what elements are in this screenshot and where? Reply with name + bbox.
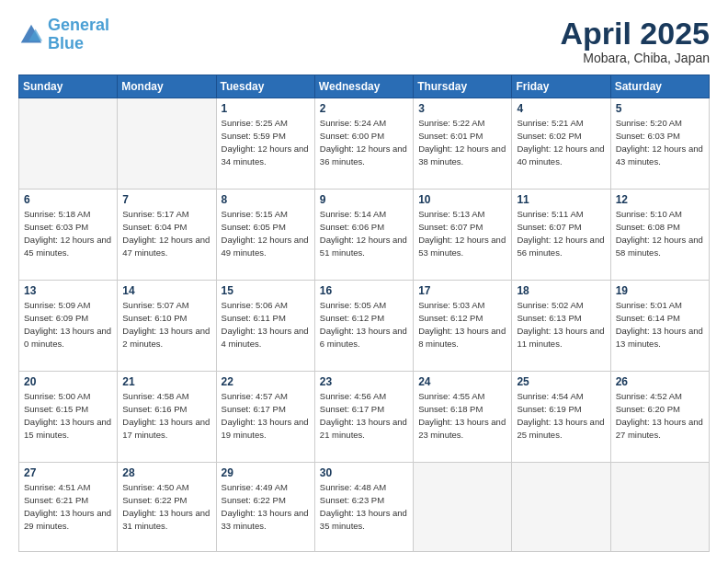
day-info: Sunrise: 4:48 AMSunset: 6:23 PMDaylight:… <box>320 481 408 532</box>
calendar-cell: 11Sunrise: 5:11 AMSunset: 6:07 PMDayligh… <box>512 190 610 281</box>
week-row-5: 27Sunrise: 4:51 AMSunset: 6:21 PMDayligh… <box>19 463 710 552</box>
day-number: 20 <box>24 375 112 388</box>
calendar-cell: 10Sunrise: 5:13 AMSunset: 6:07 PMDayligh… <box>414 190 512 281</box>
day-number: 23 <box>320 375 408 388</box>
logo-text: General Blue <box>48 17 109 53</box>
calendar-cell: 9Sunrise: 5:14 AMSunset: 6:06 PMDaylight… <box>314 190 413 281</box>
day-number: 18 <box>517 284 605 297</box>
calendar-cell <box>414 463 512 552</box>
day-info: Sunrise: 5:00 AMSunset: 6:15 PMDaylight:… <box>24 390 112 441</box>
day-number: 12 <box>616 193 704 206</box>
week-row-3: 13Sunrise: 5:09 AMSunset: 6:09 PMDayligh… <box>19 281 710 372</box>
day-info: Sunrise: 5:10 AMSunset: 6:08 PMDaylight:… <box>616 208 704 259</box>
calendar-cell <box>19 98 118 190</box>
day-info: Sunrise: 5:17 AMSunset: 6:04 PMDaylight:… <box>122 208 210 259</box>
day-header-saturday: Saturday <box>610 75 709 98</box>
day-number: 15 <box>222 284 310 297</box>
month-title: April 2025 <box>560 17 710 51</box>
day-info: Sunrise: 5:05 AMSunset: 6:12 PMDaylight:… <box>320 299 408 350</box>
calendar-cell: 15Sunrise: 5:06 AMSunset: 6:11 PMDayligh… <box>216 281 314 372</box>
day-info: Sunrise: 5:07 AMSunset: 6:10 PMDaylight:… <box>122 299 210 350</box>
calendar-header-row: SundayMondayTuesdayWednesdayThursdayFrid… <box>19 75 710 98</box>
day-number: 14 <box>122 284 210 297</box>
day-number: 17 <box>418 284 506 297</box>
day-header-wednesday: Wednesday <box>314 75 413 98</box>
calendar-cell: 20Sunrise: 5:00 AMSunset: 6:15 PMDayligh… <box>19 372 118 463</box>
calendar-cell: 14Sunrise: 5:07 AMSunset: 6:10 PMDayligh… <box>118 281 216 372</box>
day-info: Sunrise: 4:55 AMSunset: 6:18 PMDaylight:… <box>418 390 506 441</box>
day-info: Sunrise: 4:49 AMSunset: 6:22 PMDaylight:… <box>222 481 310 532</box>
calendar-cell: 24Sunrise: 4:55 AMSunset: 6:18 PMDayligh… <box>414 372 512 463</box>
day-number: 22 <box>222 375 310 388</box>
week-row-2: 6Sunrise: 5:18 AMSunset: 6:03 PMDaylight… <box>19 190 710 281</box>
header: General Blue April 2025 Mobara, Chiba, J… <box>18 17 710 65</box>
day-number: 27 <box>24 466 112 479</box>
day-number: 3 <box>418 102 506 115</box>
day-number: 28 <box>122 466 210 479</box>
day-info: Sunrise: 5:24 AMSunset: 6:00 PMDaylight:… <box>320 117 408 167</box>
day-number: 24 <box>418 375 506 388</box>
location: Mobara, Chiba, Japan <box>560 51 710 65</box>
calendar-cell <box>512 463 610 552</box>
week-row-4: 20Sunrise: 5:00 AMSunset: 6:15 PMDayligh… <box>19 372 710 463</box>
day-number: 19 <box>616 284 704 297</box>
day-info: Sunrise: 5:01 AMSunset: 6:14 PMDaylight:… <box>616 299 704 350</box>
day-info: Sunrise: 5:02 AMSunset: 6:13 PMDaylight:… <box>517 299 605 350</box>
calendar-cell: 18Sunrise: 5:02 AMSunset: 6:13 PMDayligh… <box>512 281 610 372</box>
logo-icon <box>18 22 44 48</box>
day-info: Sunrise: 4:54 AMSunset: 6:19 PMDaylight:… <box>517 390 605 441</box>
day-info: Sunrise: 5:22 AMSunset: 6:01 PMDaylight:… <box>418 117 506 167</box>
day-header-sunday: Sunday <box>19 75 118 98</box>
calendar-cell: 13Sunrise: 5:09 AMSunset: 6:09 PMDayligh… <box>19 281 118 372</box>
calendar-table: SundayMondayTuesdayWednesdayThursdayFrid… <box>18 75 710 552</box>
day-number: 11 <box>517 193 605 206</box>
day-info: Sunrise: 4:56 AMSunset: 6:17 PMDaylight:… <box>320 390 408 441</box>
calendar-cell: 26Sunrise: 4:52 AMSunset: 6:20 PMDayligh… <box>610 372 709 463</box>
day-number: 2 <box>320 102 408 115</box>
calendar-cell: 8Sunrise: 5:15 AMSunset: 6:05 PMDaylight… <box>216 190 314 281</box>
day-number: 13 <box>24 284 112 297</box>
calendar-cell: 5Sunrise: 5:20 AMSunset: 6:03 PMDaylight… <box>610 98 709 190</box>
day-number: 10 <box>418 193 506 206</box>
day-info: Sunrise: 5:25 AMSunset: 5:59 PMDaylight:… <box>222 117 310 167</box>
day-number: 7 <box>122 193 210 206</box>
day-header-monday: Monday <box>118 75 216 98</box>
day-info: Sunrise: 5:20 AMSunset: 6:03 PMDaylight:… <box>616 117 704 167</box>
day-number: 30 <box>320 466 408 479</box>
day-header-tuesday: Tuesday <box>216 75 314 98</box>
day-number: 1 <box>222 102 310 115</box>
calendar-cell: 29Sunrise: 4:49 AMSunset: 6:22 PMDayligh… <box>216 463 314 552</box>
day-info: Sunrise: 5:15 AMSunset: 6:05 PMDaylight:… <box>222 208 310 259</box>
calendar-cell: 7Sunrise: 5:17 AMSunset: 6:04 PMDaylight… <box>118 190 216 281</box>
calendar-cell: 4Sunrise: 5:21 AMSunset: 6:02 PMDaylight… <box>512 98 610 190</box>
day-number: 6 <box>24 193 112 206</box>
calendar-cell: 6Sunrise: 5:18 AMSunset: 6:03 PMDaylight… <box>19 190 118 281</box>
day-info: Sunrise: 4:50 AMSunset: 6:22 PMDaylight:… <box>122 481 210 532</box>
day-info: Sunrise: 5:21 AMSunset: 6:02 PMDaylight:… <box>517 117 605 167</box>
calendar-cell: 19Sunrise: 5:01 AMSunset: 6:14 PMDayligh… <box>610 281 709 372</box>
day-number: 9 <box>320 193 408 206</box>
day-number: 29 <box>222 466 310 479</box>
calendar-cell: 2Sunrise: 5:24 AMSunset: 6:00 PMDaylight… <box>314 98 413 190</box>
day-header-friday: Friday <box>512 75 610 98</box>
calendar-cell: 23Sunrise: 4:56 AMSunset: 6:17 PMDayligh… <box>314 372 413 463</box>
day-info: Sunrise: 5:13 AMSunset: 6:07 PMDaylight:… <box>418 208 506 259</box>
day-number: 21 <box>122 375 210 388</box>
day-info: Sunrise: 5:06 AMSunset: 6:11 PMDaylight:… <box>222 299 310 350</box>
day-header-thursday: Thursday <box>414 75 512 98</box>
day-info: Sunrise: 4:57 AMSunset: 6:17 PMDaylight:… <box>222 390 310 441</box>
day-info: Sunrise: 4:51 AMSunset: 6:21 PMDaylight:… <box>24 481 112 532</box>
day-info: Sunrise: 5:18 AMSunset: 6:03 PMDaylight:… <box>24 208 112 259</box>
day-number: 26 <box>616 375 704 388</box>
day-number: 8 <box>222 193 310 206</box>
calendar-cell: 16Sunrise: 5:05 AMSunset: 6:12 PMDayligh… <box>314 281 413 372</box>
calendar-cell: 1Sunrise: 5:25 AMSunset: 5:59 PMDaylight… <box>216 98 314 190</box>
calendar-cell <box>118 98 216 190</box>
calendar-cell: 27Sunrise: 4:51 AMSunset: 6:21 PMDayligh… <box>19 463 118 552</box>
calendar-cell: 28Sunrise: 4:50 AMSunset: 6:22 PMDayligh… <box>118 463 216 552</box>
day-number: 16 <box>320 284 408 297</box>
day-info: Sunrise: 5:03 AMSunset: 6:12 PMDaylight:… <box>418 299 506 350</box>
day-number: 4 <box>517 102 605 115</box>
logo: General Blue <box>18 17 109 53</box>
page: General Blue April 2025 Mobara, Chiba, J… <box>0 0 728 563</box>
